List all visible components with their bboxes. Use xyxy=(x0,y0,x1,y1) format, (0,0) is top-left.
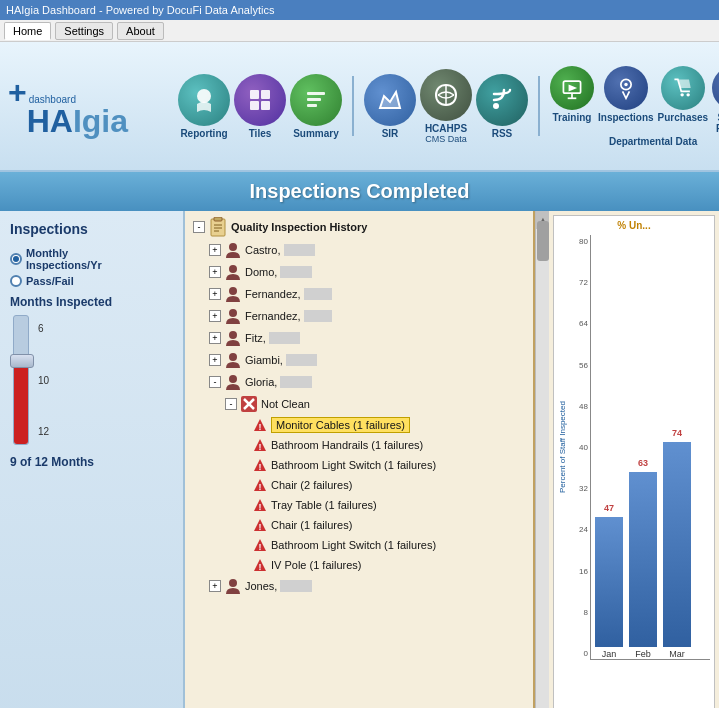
nav-inspections[interactable]: Inspections xyxy=(598,66,654,134)
menu-tab-about[interactable]: About xyxy=(117,22,164,40)
tree-person-fernandez2[interactable]: + Fernandez, xyxy=(189,305,529,327)
slider-tick-labels: 6 10 12 xyxy=(38,315,49,445)
person-icon-domo xyxy=(224,263,242,281)
svg-point-30 xyxy=(229,353,237,361)
nav-purchases[interactable]: Purchases xyxy=(658,66,709,134)
radio-passfail-dot[interactable] xyxy=(10,275,22,287)
tree-root[interactable]: - Quality Inspection History xyxy=(189,215,529,239)
bar-feb-wrapper: 63 xyxy=(629,472,657,647)
svg-point-9 xyxy=(493,103,499,109)
expand-fernandez2[interactable]: + xyxy=(209,310,221,322)
training-circle[interactable] xyxy=(550,66,594,110)
tree-item-chair2[interactable]: ! Chair (1 failures) xyxy=(189,515,529,535)
svg-text:!: ! xyxy=(259,482,262,492)
menu-tab-settings[interactable]: Settings xyxy=(55,22,113,40)
nav-sir[interactable]: SIR xyxy=(364,74,416,139)
nav-separator-1 xyxy=(352,76,354,136)
nav-hcahps[interactable]: HCAHPS CMS Data xyxy=(420,69,472,144)
summary-circle[interactable] xyxy=(290,74,342,126)
person-icon-fitz xyxy=(224,329,242,347)
tree-person-giambi[interactable]: + Giambi, xyxy=(189,349,529,371)
nav-tiles[interactable]: Tiles xyxy=(234,74,286,139)
svg-point-25 xyxy=(229,243,237,251)
tree-item-chair1[interactable]: ! Chair (2 failures) xyxy=(189,475,529,495)
tree-bathroomlightswitch1-label: Bathroom Light Switch (1 failures) xyxy=(271,459,436,471)
left-panel-title: Inspections xyxy=(10,221,173,237)
expand-castro[interactable]: + xyxy=(209,244,221,256)
expand-domo[interactable]: + xyxy=(209,266,221,278)
scrollbar-thumb[interactable] xyxy=(537,221,549,261)
tree-item-monitorcables[interactable]: ! Monitor Cables (1 failures) xyxy=(189,415,529,435)
radio-monthly-dot[interactable] xyxy=(10,253,22,265)
tree-scrollbar[interactable]: ▲ ▼ xyxy=(535,211,549,708)
tiles-label: Tiles xyxy=(249,128,272,139)
tree-bathroomlightswitch2-label: Bathroom Light Switch (1 failures) xyxy=(271,539,436,551)
slider-track-wrapper[interactable] xyxy=(10,315,32,445)
tree-category-notclean[interactable]: - Not Clean xyxy=(189,393,529,415)
nav-survey[interactable]: Survey Results xyxy=(712,66,719,134)
expand-root[interactable]: - xyxy=(193,221,205,233)
tree-monitorcables-label: Monitor Cables (1 failures) xyxy=(271,417,410,433)
svg-point-31 xyxy=(229,375,237,383)
svg-point-28 xyxy=(229,309,237,317)
tree-person-fernandez1[interactable]: + Fernandez, xyxy=(189,283,529,305)
nav-reporting[interactable]: Reporting xyxy=(178,74,230,139)
tree-item-traytable[interactable]: ! Tray Table (1 failures) xyxy=(189,495,529,515)
svg-text:!: ! xyxy=(259,542,262,552)
nav-rss[interactable]: RSS xyxy=(476,74,528,139)
svg-rect-7 xyxy=(307,104,317,107)
inspections-icon xyxy=(614,76,638,100)
svg-text:!: ! xyxy=(259,522,262,532)
tiles-circle[interactable] xyxy=(234,74,286,126)
y-tick-56: 56 xyxy=(579,361,588,370)
expand-giambi[interactable]: + xyxy=(209,354,221,366)
svg-point-16 xyxy=(680,93,683,96)
reporting-circle[interactable] xyxy=(178,74,230,126)
tree-chair1-label: Chair (2 failures) xyxy=(271,479,352,491)
tree-item-bathroomlightswitch1[interactable]: ! Bathroom Light Switch (1 failures) xyxy=(189,455,529,475)
tree-fernandez1-label: Fernandez, xyxy=(245,288,332,300)
sir-circle[interactable] xyxy=(364,74,416,126)
expand-fitz[interactable]: + xyxy=(209,332,221,344)
tree-gloria-label: Gloria, xyxy=(245,376,312,388)
y-tick-80: 80 xyxy=(579,237,588,246)
expand-notclean[interactable]: - xyxy=(225,398,237,410)
logo-text-group: dashboard HA Igia xyxy=(27,94,128,137)
tree-scrollable-area: - Quality Inspection History + Castro, xyxy=(185,211,549,708)
tree-person-gloria[interactable]: - Gloria, xyxy=(189,371,529,393)
expand-gloria[interactable]: - xyxy=(209,376,221,388)
slider-tick-6: 6 xyxy=(38,323,49,334)
nav-summary[interactable]: Summary xyxy=(290,74,342,139)
fail-icon-ivpole: ! xyxy=(252,557,268,573)
purchases-circle[interactable] xyxy=(661,66,705,110)
menu-tab-home[interactable]: Home xyxy=(4,22,51,40)
hcahps-circle[interactable] xyxy=(420,69,472,121)
tree-item-ivpole[interactable]: ! IV Pole (1 failures) xyxy=(189,555,529,575)
sir-label: SIR xyxy=(382,128,399,139)
slider-tick-12: 12 xyxy=(38,426,49,437)
nav-training[interactable]: Training xyxy=(550,66,594,134)
inspections-circle[interactable] xyxy=(604,66,648,110)
logo-name: HA Igia xyxy=(27,105,128,137)
rss-circle[interactable] xyxy=(476,74,528,126)
svg-rect-6 xyxy=(307,98,321,101)
tree-item-bathroomhandrails[interactable]: ! Bathroom Handrails (1 failures) xyxy=(189,435,529,455)
tree-person-castro[interactable]: + Castro, xyxy=(189,239,529,261)
tree-item-bathroomlightswitch2[interactable]: ! Bathroom Light Switch (1 failures) xyxy=(189,535,529,555)
months-count: 9 of 12 Months xyxy=(10,455,173,469)
expand-jones[interactable]: + xyxy=(209,580,221,592)
tree-panel[interactable]: - Quality Inspection History + Castro, xyxy=(185,211,535,708)
y-tick-64: 64 xyxy=(579,319,588,328)
bar-jan-value: 47 xyxy=(604,503,614,513)
survey-circle[interactable] xyxy=(712,66,719,110)
slider-thumb[interactable] xyxy=(10,354,34,368)
radio-monthly[interactable]: MonthlyInspections/Yr xyxy=(10,247,173,271)
bar-jan-label: Jan xyxy=(602,649,617,659)
tree-person-domo[interactable]: + Domo, xyxy=(189,261,529,283)
sir-icon xyxy=(376,86,404,114)
tree-person-jones[interactable]: + Jones, xyxy=(189,575,529,597)
radio-passfail[interactable]: Pass/Fail xyxy=(10,275,173,287)
tree-person-fitz[interactable]: + Fitz, xyxy=(189,327,529,349)
bar-jan-col: 47 Jan xyxy=(595,235,623,659)
expand-fernandez1[interactable]: + xyxy=(209,288,221,300)
